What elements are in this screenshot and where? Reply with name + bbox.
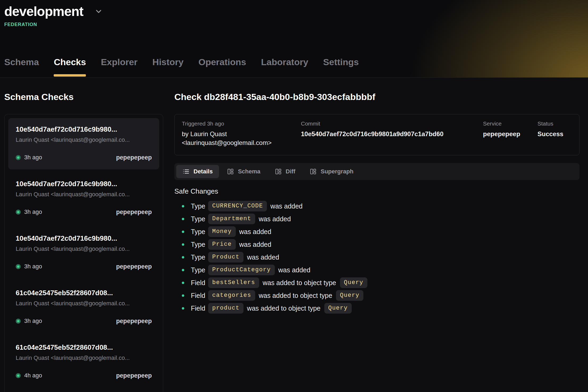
nav-tab-explorer[interactable]: Explorer	[101, 57, 137, 77]
check-time: 3h ago	[24, 154, 42, 161]
check-service: pepepepeep	[116, 263, 152, 270]
view-tab-details[interactable]: Details	[176, 165, 219, 178]
view-tab-label: Supergraph	[321, 168, 353, 175]
bullet-dot	[182, 231, 184, 233]
triggered-label: Triggered 3h ago	[182, 120, 301, 127]
change-kind: Type	[191, 228, 205, 236]
meta-triggered: Triggered 3h ago by Laurin Quast <laurin…	[182, 120, 301, 147]
change-kind: Type	[191, 266, 205, 274]
project-header: development FEDERATION	[4, 4, 103, 27]
change-code-badge: categories	[208, 290, 255, 301]
commit-hash: 10e540d7aef72c0d716c9b9801a9d907c1a7bd60	[301, 130, 483, 138]
bullet-dot	[182, 307, 184, 310]
change-item: Field bestSellers was added to object ty…	[174, 276, 579, 289]
service-name: pepepepeep	[483, 130, 537, 138]
nav-tab-operations[interactable]: Operations	[198, 57, 246, 77]
status-dot-icon	[16, 155, 21, 160]
check-meta-box: Triggered 3h ago by Laurin Quast <laurin…	[174, 114, 579, 155]
check-time: 3h ago	[24, 318, 42, 324]
check-list-item[interactable]: 10e540d7aef72c0d716c9b980... Laurin Quas…	[8, 173, 159, 224]
check-id: 61c04e25475eb52f28607d08...	[16, 289, 152, 297]
columns-icon	[227, 168, 234, 175]
change-kind: Type	[191, 215, 205, 223]
check-detail-title: Check db28f481-35aa-40b0-b8b9-303ecfabbb…	[174, 91, 579, 102]
change-item: Type Product was added	[174, 251, 579, 264]
change-code-badge: Query	[340, 277, 368, 288]
nav-tab-history[interactable]: History	[152, 57, 183, 77]
check-author: Laurin Quast <laurinquast@googlemail.co.…	[16, 191, 152, 198]
change-item: Type ProductCategory was added	[174, 264, 579, 276]
view-tab-diff[interactable]: Diff	[268, 165, 302, 178]
content-area: Schema Checks 10e540d7aef72c0d716c9b980.…	[0, 78, 588, 392]
check-list-item[interactable]: 61c04e25475eb52f28607d08... Laurin Quast…	[8, 282, 159, 333]
change-code-badge: Price	[208, 239, 236, 250]
change-item: Type Price was added	[174, 238, 579, 251]
status-label: Status	[537, 120, 572, 127]
check-service: pepepepeep	[116, 208, 152, 216]
columns-icon	[310, 168, 317, 175]
change-text: was added	[239, 228, 271, 236]
bullet-dot	[182, 243, 184, 246]
view-tab-schema[interactable]: Schema	[221, 165, 267, 178]
nav-tab-schema[interactable]: Schema	[4, 57, 39, 77]
check-author: Laurin Quast <laurinquast@googlemail.co.…	[16, 245, 152, 252]
nav-tab-settings[interactable]: Settings	[323, 57, 359, 77]
view-tab-label: Schema	[238, 168, 260, 175]
change-code-badge: Query	[324, 303, 352, 314]
change-item: Type Money was added	[174, 225, 579, 238]
view-tab-label: Details	[194, 168, 213, 175]
change-kind: Type	[191, 253, 205, 261]
bullet-dot	[182, 269, 184, 271]
check-list-item[interactable]: 10e540d7aef72c0d716c9b980... Laurin Quas…	[8, 227, 159, 278]
columns-icon	[275, 168, 282, 175]
project-switcher-button[interactable]	[94, 7, 103, 16]
change-code-badge: Product	[208, 252, 243, 262]
change-kind: Field	[191, 279, 205, 287]
change-code-badge: Department	[208, 214, 255, 224]
change-kind: Type	[191, 202, 205, 210]
status-dot-icon	[16, 319, 21, 324]
check-detail-panel: Check db28f481-35aa-40b0-b8b9-303ecfabbb…	[174, 78, 579, 392]
meta-service: Service pepepepeep	[483, 120, 537, 147]
nav-tab-checks[interactable]: Checks	[54, 57, 86, 77]
change-item: Field categories was added to object typ…	[174, 289, 579, 302]
bullet-dot	[182, 282, 184, 284]
nav-tab-laboratory[interactable]: Laboratory	[261, 57, 308, 77]
change-item: Type CURRENCY_CODE was added	[174, 200, 579, 212]
bullet-dot	[182, 205, 184, 207]
check-author: Laurin Quast <laurinquast@googlemail.co.…	[16, 136, 152, 143]
change-text: was added to object type	[247, 305, 321, 312]
list-icon	[183, 168, 190, 175]
change-code-badge: product	[208, 303, 243, 314]
check-list-item[interactable]: 10e540d7aef72c0d716c9b980... Laurin Quas…	[8, 118, 159, 169]
check-time: 3h ago	[24, 263, 42, 270]
project-title: development	[4, 4, 83, 19]
page-header: development FEDERATION Schema Checks Exp…	[0, 0, 588, 78]
safe-changes-title: Safe Changes	[174, 187, 579, 195]
change-text: was added	[239, 241, 271, 248]
status-value: Success	[537, 130, 572, 138]
change-code-badge: bestSellers	[208, 277, 259, 288]
change-text: was added to object type	[263, 279, 336, 287]
change-code-badge: Query	[336, 290, 364, 301]
view-tab-supergraph[interactable]: Supergraph	[303, 165, 360, 178]
change-text: was added	[247, 253, 279, 261]
check-service: pepepepeep	[116, 154, 152, 161]
check-id: 61c04e25475eb52f28607d08...	[16, 343, 152, 352]
sidebar-title: Schema Checks	[4, 91, 163, 102]
check-time: 4h ago	[24, 372, 42, 379]
change-kind: Type	[191, 241, 205, 248]
change-kind: Field	[191, 305, 205, 312]
check-id: 10e540d7aef72c0d716c9b980...	[16, 125, 152, 134]
change-text: was added to object type	[259, 292, 332, 299]
check-list-item[interactable]: 61c04e25475eb52f28607d08... Laurin Quast…	[8, 336, 159, 387]
change-code-badge: CURRENCY_CODE	[208, 201, 267, 211]
main-nav: Schema Checks Explorer History Operation…	[4, 57, 359, 77]
meta-status: Status Success	[537, 120, 572, 147]
meta-commit: Commit 10e540d7aef72c0d716c9b9801a9d907c…	[301, 120, 483, 147]
change-item: Type Department was added	[174, 212, 579, 225]
view-tab-label: Diff	[286, 168, 296, 175]
change-item: Field product was added to object type Q…	[174, 302, 579, 315]
check-author: Laurin Quast <laurinquast@googlemail.co.…	[16, 300, 152, 307]
bullet-dot	[182, 218, 184, 220]
